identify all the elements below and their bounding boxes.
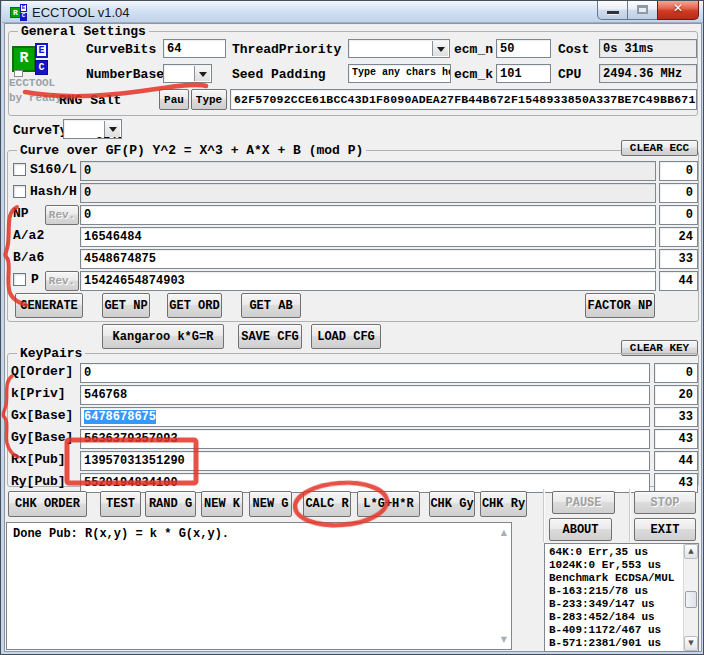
benchmark-panel[interactable]: 64K:0 Err,35 us 1024K:0 Er,553 us Benchm… bbox=[544, 543, 699, 652]
type-button[interactable]: Type bbox=[191, 89, 227, 110]
new-g-button[interactable]: NEW G bbox=[249, 491, 292, 517]
logo-e-block: E bbox=[20, 4, 27, 12]
calc-r-button[interactable]: CALC R bbox=[303, 491, 351, 517]
minimize-button[interactable] bbox=[597, 1, 628, 20]
np-input[interactable]: 0 bbox=[80, 205, 656, 225]
curvetype-dropdown[interactable]: GF(P) bbox=[63, 119, 122, 139]
ecm-k-label: ecm_k bbox=[454, 67, 493, 82]
gxbase-input[interactable]: 6478678675 bbox=[80, 407, 650, 427]
chevron-down-icon[interactable] bbox=[432, 41, 448, 56]
chk-order-button[interactable]: CHK ORDER bbox=[8, 491, 87, 517]
a-label: A/a2 bbox=[13, 228, 44, 243]
np-label: NP bbox=[13, 206, 29, 221]
curvebits-input[interactable]: 64 bbox=[163, 39, 226, 58]
p-input[interactable]: 15424654874903 bbox=[80, 271, 656, 291]
a-input[interactable]: 16546484 bbox=[80, 227, 656, 247]
pause-button[interactable]: PAUSE bbox=[552, 491, 615, 514]
gxbase-label: Gx[Base] bbox=[11, 408, 73, 423]
maximize-button[interactable] bbox=[627, 1, 658, 20]
b-length-field: 33 bbox=[659, 249, 698, 269]
benchmark-line: 1024K:0 Er,553 us bbox=[549, 559, 681, 572]
exit-button[interactable]: EXIT bbox=[634, 518, 696, 541]
ecm-n-input[interactable]: 50 bbox=[496, 39, 551, 58]
new-k-button[interactable]: NEW K bbox=[201, 491, 243, 517]
save-cfg-button[interactable]: SAVE CFG bbox=[238, 324, 302, 349]
chevron-down-icon[interactable] bbox=[104, 121, 120, 137]
b-input[interactable]: 4548674875 bbox=[80, 249, 656, 269]
s160-input[interactable]: 0 bbox=[80, 161, 656, 181]
threadpriority-dropdown[interactable]: Normal/8 bbox=[348, 39, 450, 58]
gybase-input[interactable]: 5636379357093 bbox=[80, 429, 650, 449]
scrollbar-thumb[interactable] bbox=[685, 591, 697, 608]
qorder-label: Q[Order] bbox=[11, 364, 73, 379]
s160-label: S160/L bbox=[30, 162, 77, 177]
get-np-button[interactable]: GET NP bbox=[102, 293, 150, 318]
rypub-label: Ry[Pub] bbox=[11, 474, 66, 489]
seedpadding-label: Seed Padding bbox=[232, 67, 326, 82]
app-logo-icon: R E C bbox=[10, 4, 27, 21]
benchmark-line: B-233:349/147 us bbox=[549, 598, 681, 611]
rxpub-length-field: 44 bbox=[654, 451, 698, 471]
chk-gy-button[interactable]: CHK Gy bbox=[429, 491, 475, 517]
logo-c-block: C bbox=[35, 60, 48, 75]
hash-length-field: 0 bbox=[659, 183, 698, 203]
log-output[interactable]: Done Pub: R(x,y) = k * G(x,y). ▲ ▼ bbox=[6, 522, 512, 650]
keypairs-group-title: KeyPairs bbox=[17, 346, 85, 361]
seedpadding-input[interactable]: Type any chars here bbox=[348, 64, 451, 83]
hash-checkbox[interactable] bbox=[13, 185, 26, 198]
get-ord-button[interactable]: GET ORD bbox=[167, 293, 222, 318]
cost-value-field: 0s 31ms bbox=[599, 39, 697, 58]
p-checkbox[interactable] bbox=[13, 273, 26, 286]
hash-label: Hash/H bbox=[30, 184, 77, 199]
cpu-value-field: 2494.36 MHz bbox=[599, 64, 697, 83]
rngsalt-input[interactable]: 62F57092CCE61BCC43D1F8090ADEA27FB44B672F… bbox=[230, 89, 697, 110]
numberbase-label: NumberBase bbox=[86, 67, 164, 82]
logo-l-block bbox=[14, 70, 23, 77]
about-button[interactable]: ABOUT bbox=[549, 518, 612, 541]
close-button[interactable]: ✕ bbox=[657, 1, 699, 20]
rxpub-input[interactable]: 13957031351290 bbox=[80, 451, 650, 471]
p-label: P bbox=[31, 272, 39, 287]
s160-checkbox[interactable] bbox=[13, 163, 26, 176]
scroll-down-icon[interactable]: ▼ bbox=[684, 636, 698, 651]
benchmark-scrollbar[interactable]: ▲ ▼ bbox=[683, 544, 698, 651]
chevron-down-icon[interactable] bbox=[194, 66, 210, 81]
gybase-label: Gy[Base] bbox=[11, 430, 73, 445]
lg-hr-button[interactable]: L*G+H*R bbox=[357, 491, 420, 517]
maximize-icon bbox=[637, 5, 648, 14]
chk-ry-button[interactable]: CHK Ry bbox=[480, 491, 527, 517]
scroll-down-icon[interactable]: ▼ bbox=[501, 635, 507, 644]
benchmark-line: Benchmark ECDSA/MUL bbox=[549, 572, 681, 585]
pau-button[interactable]: Pau bbox=[159, 89, 189, 110]
stop-button[interactable]: STOP bbox=[634, 491, 696, 514]
hash-input[interactable]: 0 bbox=[80, 183, 656, 203]
clear-ecc-button[interactable]: CLEAR ECC bbox=[621, 140, 698, 156]
rypub-input[interactable]: 5520194834100 bbox=[80, 473, 650, 493]
factor-np-button[interactable]: FACTOR NP bbox=[585, 293, 655, 318]
kangaroo-button[interactable]: Kangaroo k*G=R bbox=[102, 324, 224, 349]
np-rev-button[interactable]: Rev. bbox=[45, 205, 79, 225]
load-cfg-button[interactable]: LOAD CFG bbox=[311, 324, 381, 349]
minimize-icon bbox=[607, 11, 619, 14]
rngsalt-label: RNG Salt bbox=[59, 93, 121, 108]
p-rev-button[interactable]: Rev. bbox=[45, 271, 79, 291]
kpriv-input[interactable]: 546768 bbox=[80, 385, 650, 405]
benchmark-line: B-163:215/78 us bbox=[549, 585, 681, 598]
s160-length-field: 0 bbox=[659, 161, 698, 181]
ecm-k-input[interactable]: 101 bbox=[496, 64, 551, 83]
curve-group-title: Curve over GF(P) Y^2 = X^3 + A*X + B (mo… bbox=[17, 143, 366, 158]
get-ab-button[interactable]: GET AB bbox=[241, 293, 301, 318]
numberbase-dropdown[interactable]: 10 bbox=[163, 64, 212, 83]
scroll-up-icon[interactable]: ▲ bbox=[684, 544, 698, 559]
b-label: B/a6 bbox=[13, 250, 44, 265]
numberbase-value: 10 bbox=[196, 81, 210, 83]
qorder-input[interactable]: 0 bbox=[80, 363, 650, 383]
rypub-length-field: 43 bbox=[654, 473, 698, 493]
benchmark-line: B-409:1172/467 us bbox=[549, 624, 681, 637]
generate-button[interactable]: GENERATE bbox=[15, 293, 83, 318]
gxbase-length-field: 33 bbox=[654, 407, 698, 427]
cost-label: Cost bbox=[558, 42, 589, 57]
test-button[interactable]: TEST bbox=[100, 491, 141, 517]
rand-g-button[interactable]: RAND G bbox=[145, 491, 196, 517]
scroll-up-icon[interactable]: ▲ bbox=[501, 528, 507, 537]
